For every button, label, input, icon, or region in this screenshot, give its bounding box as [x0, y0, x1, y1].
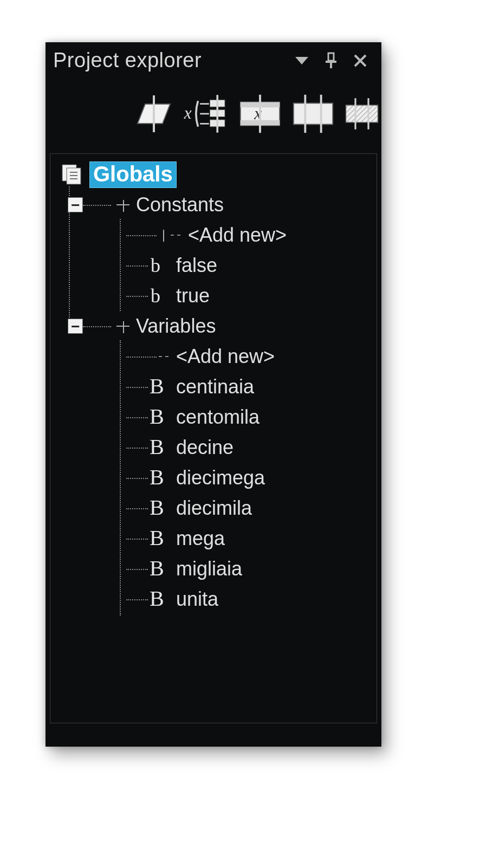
svg-text:B: B [150, 375, 164, 398]
svg-text:B: B [150, 557, 164, 580]
tree-item-label: unita [173, 588, 218, 611]
tree-item-variable[interactable]: B diecimila [57, 493, 374, 523]
tree-item-label: false [173, 254, 217, 277]
byte-type-icon: B [149, 436, 168, 459]
tree-item-label: <Add new> [185, 224, 287, 247]
byte-type-icon: B [149, 406, 168, 429]
svg-text:B: B [150, 405, 164, 429]
svg-text:B: B [150, 496, 164, 520]
tree-node-label: Constants [133, 193, 224, 216]
svg-marker-0 [295, 57, 308, 64]
tree-root-label: Globals [89, 161, 177, 188]
tree-item-variable[interactable]: B unita [57, 584, 374, 614]
svg-text:x: x [184, 103, 192, 122]
svg-text:B: B [150, 527, 164, 550]
svg-rect-3 [330, 63, 332, 68]
tree-item-label: diecimega [173, 467, 265, 489]
toolbar-btn-variable-box-icon[interactable]: x [236, 89, 284, 138]
tree-item-variable[interactable]: B mega [57, 523, 374, 554]
tree-item-variable[interactable]: B diecimega [57, 463, 374, 493]
byte-type-icon: B [149, 497, 168, 520]
tree-item-variable[interactable]: B migliaia [57, 554, 374, 584]
toolbar-btn-parallelogram-icon[interactable] [130, 89, 178, 138]
tree-item-label: migliaia [173, 558, 242, 580]
tree-item-constant[interactable]: b true [57, 281, 374, 311]
tree-item-label: decine [173, 436, 233, 459]
toolbar-btn-hatched-box-icon[interactable] [342, 89, 381, 138]
bool-type-icon: b [149, 284, 168, 307]
panel-menu-dropdown-icon[interactable] [290, 49, 313, 72]
pin-icon[interactable] [320, 49, 342, 72]
tree-item-label: mega [173, 527, 225, 550]
panel-titlebar: Project explorer [46, 42, 381, 80]
tree-node-constants[interactable]: − Constants [57, 190, 374, 220]
tree-item-add-new-variable[interactable]: <Add new> [57, 341, 374, 372]
tree-item-label: diecimila [173, 497, 252, 520]
tree-node-variables[interactable]: − Variables [57, 311, 374, 341]
tree-item-add-new-constant[interactable]: <Add new> [57, 220, 374, 250]
svg-text:B: B [150, 436, 164, 459]
globals-icon [60, 163, 84, 186]
tree-item-variable[interactable]: B centinaia [57, 372, 374, 402]
tree-view[interactable]: Globals − Constants <Add new> b [50, 153, 377, 723]
svg-text:B: B [150, 587, 164, 611]
node-glyph [116, 204, 129, 205]
svg-rect-26 [346, 105, 378, 122]
tree-item-variable[interactable]: B decine [57, 432, 374, 463]
svg-text:b: b [151, 255, 160, 276]
tree-item-constant[interactable]: b false [57, 250, 374, 281]
tree-item-variable[interactable]: B centomila [57, 402, 374, 432]
svg-rect-21 [294, 103, 333, 124]
panel-title: Project explorer [53, 49, 284, 72]
byte-type-icon: B [149, 375, 168, 398]
toolbar-btn-plain-box-icon[interactable] [289, 89, 337, 138]
tree-root-row[interactable]: Globals [57, 159, 374, 190]
tree-item-label: <Add new> [173, 345, 275, 368]
byte-type-icon: B [149, 527, 168, 550]
bool-type-icon: b [149, 254, 168, 277]
tree-item-label: true [173, 284, 210, 307]
tree-item-label: centinaia [173, 375, 254, 398]
byte-type-icon: B [149, 467, 168, 489]
svg-text:B: B [150, 466, 164, 489]
toolbar-btn-struct-x-icon[interactable]: x [183, 89, 231, 138]
collapse-icon[interactable]: − [68, 319, 83, 334]
collapse-icon[interactable]: − [68, 197, 83, 212]
byte-type-icon: B [149, 588, 168, 611]
svg-rect-2 [326, 61, 336, 63]
tree-node-label: Variables [133, 315, 216, 338]
tree-item-label: centomila [173, 406, 260, 429]
project-explorer-panel: Project explorer x [46, 42, 381, 747]
close-icon[interactable] [349, 49, 372, 72]
svg-rect-1 [328, 53, 334, 61]
node-glyph [116, 326, 129, 327]
byte-type-icon: B [149, 558, 168, 580]
svg-text:b: b [151, 285, 160, 307]
toolbar: x x [121, 80, 381, 150]
